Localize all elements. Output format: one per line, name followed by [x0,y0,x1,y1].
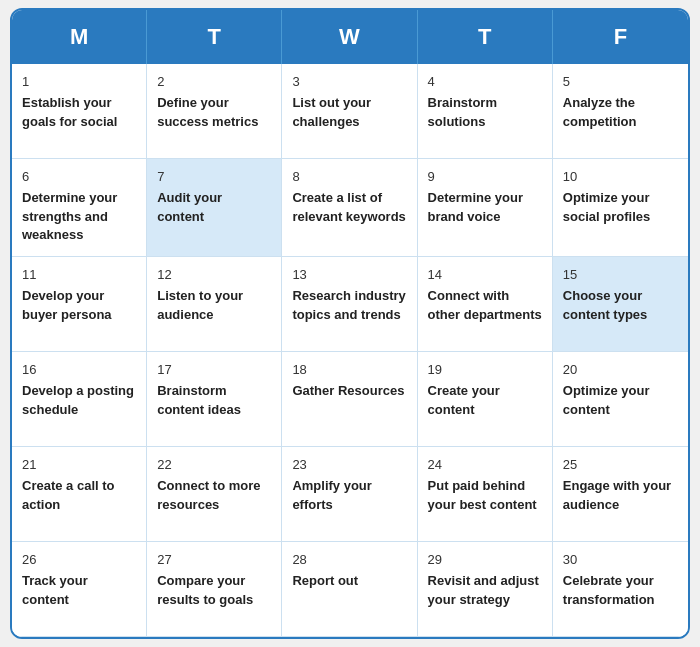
cell-number: 23 [292,457,406,472]
cell-number: 26 [22,552,136,567]
cell-text: Create a call to action [22,478,115,512]
cell-text: Put paid behind your best content [428,478,537,512]
cell-number: 6 [22,169,136,184]
calendar-cell-4: 4Brainstorm solutions [418,64,553,159]
cell-text: Amplify your efforts [292,478,371,512]
calendar-header: MTWTF [12,10,688,64]
cell-number: 21 [22,457,136,472]
cell-number: 15 [563,267,678,282]
calendar-cell-13: 13Research industry topics and trends [282,257,417,352]
cell-text: Determine your strengths and weakness [22,190,117,243]
cell-text: Brainstorm content ideas [157,383,241,417]
cell-number: 20 [563,362,678,377]
cell-number: 22 [157,457,271,472]
cell-text: Analyze the competition [563,95,637,129]
cell-number: 27 [157,552,271,567]
cell-text: Optimize your content [563,383,650,417]
header-day-m: M [12,10,147,64]
calendar-cell-30: 30Celebrate your transformation [553,542,688,637]
cell-text: Determine your brand voice [428,190,523,224]
cell-text: Create a list of relevant keywords [292,190,405,224]
cell-text: Report out [292,573,358,588]
cell-number: 7 [157,169,271,184]
cell-number: 8 [292,169,406,184]
calendar-cell-14: 14Connect with other departments [418,257,553,352]
calendar-cell-6: 6Determine your strengths and weakness [12,159,147,258]
calendar-cell-18: 18Gather Resources [282,352,417,447]
calendar-cell-11: 11Develop your buyer persona [12,257,147,352]
cell-text: Revisit and adjust your strategy [428,573,539,607]
cell-text: Research industry topics and trends [292,288,405,322]
cell-number: 4 [428,74,542,89]
header-day-t: T [147,10,282,64]
cell-number: 19 [428,362,542,377]
calendar-cell-20: 20Optimize your content [553,352,688,447]
cell-number: 3 [292,74,406,89]
cell-text: Track your content [22,573,88,607]
calendar-cell-25: 25Engage with your audience [553,447,688,542]
cell-text: Listen to your audience [157,288,243,322]
calendar-cell-19: 19Create your content [418,352,553,447]
cell-text: Choose your content types [563,288,648,322]
calendar-body: 1Establish your goals for social2Define … [12,64,688,638]
cell-text: Create your content [428,383,500,417]
cell-number: 28 [292,552,406,567]
cell-number: 17 [157,362,271,377]
cell-number: 11 [22,267,136,282]
cell-text: Optimize your social profiles [563,190,650,224]
cell-number: 29 [428,552,542,567]
calendar-cell-15: 15Choose your content types [553,257,688,352]
calendar-cell-10: 10Optimize your social profiles [553,159,688,258]
cell-number: 30 [563,552,678,567]
cell-text: Celebrate your transformation [563,573,655,607]
cell-number: 18 [292,362,406,377]
cell-number: 9 [428,169,542,184]
calendar-cell-7: 7Audit your content [147,159,282,258]
calendar-cell-26: 26Track your content [12,542,147,637]
cell-number: 10 [563,169,678,184]
calendar-cell-28: 28Report out [282,542,417,637]
cell-text: Audit your content [157,190,222,224]
cell-text: Engage with your audience [563,478,671,512]
cell-number: 13 [292,267,406,282]
calendar-cell-5: 5Analyze the competition [553,64,688,159]
cell-number: 12 [157,267,271,282]
calendar-cell-23: 23Amplify your efforts [282,447,417,542]
cell-text: Define your success metrics [157,95,258,129]
cell-text: Establish your goals for social [22,95,117,129]
cell-text: Connect with other departments [428,288,542,322]
calendar-cell-8: 8Create a list of relevant keywords [282,159,417,258]
calendar-cell-27: 27Compare your results to goals [147,542,282,637]
header-day-f: F [553,10,688,64]
calendar-cell-16: 16Develop a posting schedule [12,352,147,447]
calendar-cell-24: 24Put paid behind your best content [418,447,553,542]
header-day-w: W [282,10,417,64]
calendar-cell-17: 17Brainstorm content ideas [147,352,282,447]
calendar-cell-22: 22Connect to more resources [147,447,282,542]
calendar-cell-2: 2Define your success metrics [147,64,282,159]
cell-number: 14 [428,267,542,282]
calendar-cell-3: 3List out your challenges [282,64,417,159]
header-day-t: T [418,10,553,64]
calendar-cell-12: 12Listen to your audience [147,257,282,352]
cell-text: Compare your results to goals [157,573,253,607]
cell-text: Connect to more resources [157,478,260,512]
cell-number: 24 [428,457,542,472]
cell-number: 2 [157,74,271,89]
cell-number: 5 [563,74,678,89]
cell-number: 25 [563,457,678,472]
cell-text: Develop a posting schedule [22,383,134,417]
cell-text: List out your challenges [292,95,371,129]
cell-number: 1 [22,74,136,89]
calendar-cell-29: 29Revisit and adjust your strategy [418,542,553,637]
calendar-cell-9: 9Determine your brand voice [418,159,553,258]
calendar-cell-21: 21Create a call to action [12,447,147,542]
cell-text: Brainstorm solutions [428,95,497,129]
cell-number: 16 [22,362,136,377]
calendar-container: MTWTF 1Establish your goals for social2D… [10,8,690,640]
cell-text: Develop your buyer persona [22,288,112,322]
cell-text: Gather Resources [292,383,404,398]
calendar-cell-1: 1Establish your goals for social [12,64,147,159]
